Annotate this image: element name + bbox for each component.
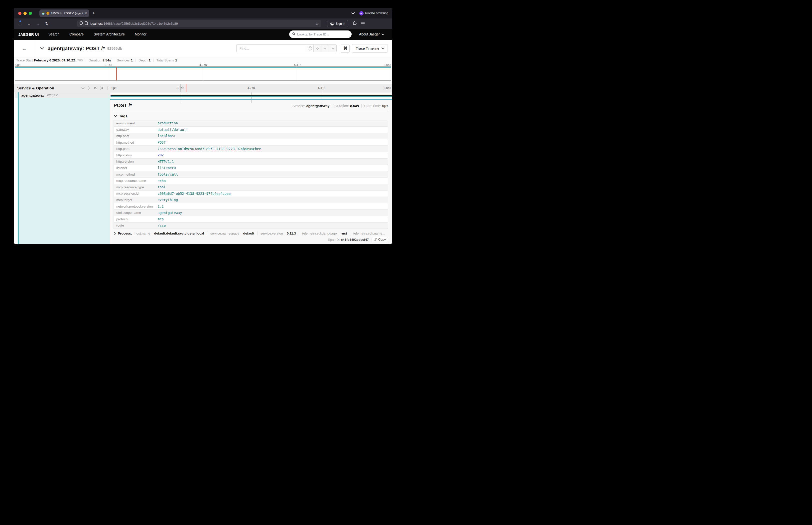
detail-duration-label: Duration:	[334, 104, 349, 108]
tag-value: 202	[158, 152, 388, 158]
close-window-button[interactable]	[18, 12, 21, 15]
tag-row-network.protocol.version[interactable]: network.protocol.version1.1	[114, 203, 388, 210]
trace-id-lookup[interactable]	[289, 30, 352, 38]
jaeger-gopher-favicon-icon	[42, 12, 45, 15]
private-browsing-label: Private browsing	[365, 12, 388, 15]
private-browsing-badge: ∞ Private browsing	[359, 11, 388, 15]
tab-close-icon[interactable]: ✕	[84, 12, 87, 15]
tag-value: agentgateway	[158, 210, 388, 216]
minimize-window-button[interactable]	[24, 12, 27, 15]
span-duration-bar[interactable]	[111, 95, 392, 97]
tag-row-http.host[interactable]: http.hostlocalhost	[114, 133, 388, 139]
reload-button[interactable]: ↻	[44, 21, 50, 26]
process-item-telemetry-sdk-language: telemetry.sdk.language = rust	[299, 231, 350, 235]
forward-button[interactable]: →	[35, 21, 41, 26]
tag-row-route[interactable]: route/sse	[114, 222, 388, 229]
depth-label: Depth	[139, 58, 147, 62]
nav-item-compare[interactable]: Compare	[69, 32, 84, 36]
tags-section-toggle[interactable]: Tags	[114, 114, 388, 118]
expand-all-double-chevron-right-icon[interactable]	[100, 86, 103, 90]
about-jaeger-menu[interactable]: About Jaeger	[359, 32, 384, 36]
tag-key: listener	[114, 165, 158, 171]
nav-item-search[interactable]: Search	[48, 32, 59, 36]
tag-key: mcp.method	[114, 171, 158, 178]
tag-row-mcp.target[interactable]: mcp.targeteverything	[114, 197, 388, 203]
about-jaeger-label: About Jaeger	[359, 32, 380, 36]
tag-row-otel.scope.name[interactable]: otel.scope.nameagentgateway	[114, 210, 388, 216]
browser-window: 92565db: POST /* (agentgate ✕ + ∞ Privat…	[14, 8, 392, 244]
column-resizer-handle[interactable]	[107, 86, 108, 90]
maximize-window-button[interactable]	[29, 12, 32, 15]
span-row[interactable]: agentgateway POST /*	[14, 92, 392, 98]
fox-emoji-icon	[46, 12, 50, 15]
page-info-icon[interactable]	[85, 21, 88, 26]
tag-row-mcp.resource.name[interactable]: mcp.resource.nameecho	[114, 178, 388, 184]
prev-result-button[interactable]	[321, 44, 329, 52]
extensions-puzzle-icon[interactable]	[352, 21, 357, 26]
tags-table: environmentproductiongatewaydefault/defa…	[113, 120, 388, 229]
trace-timeline-rows: Service & Operation 0μs2.14s4.27s6.41s8.…	[14, 84, 392, 244]
tag-key: http.method	[114, 139, 158, 146]
jaeger-brand[interactable]: JAEGER UI	[18, 32, 39, 36]
tag-value: HTTP/1.1	[158, 158, 388, 165]
timeline-gridline	[109, 67, 109, 80]
process-item-host-name: host.name = default.default.svc.cluster.…	[135, 231, 207, 235]
browser-tab[interactable]: 92565db: POST /* (agentgate ✕	[40, 10, 89, 17]
process-item-service-version: service.version = 0.11.3	[257, 231, 299, 235]
tag-row-environment[interactable]: environmentproduction	[114, 120, 388, 126]
url-text[interactable]: localhost:16686/trace/92565db3c1bef326e7…	[90, 22, 313, 26]
back-to-search-button[interactable]: ←	[14, 40, 35, 57]
shield-icon[interactable]	[80, 21, 83, 26]
find-input[interactable]	[236, 44, 306, 52]
tag-row-http.path[interactable]: http.path/sse?sessionId=c903a6d7-eb52-41…	[114, 146, 388, 152]
menu-hamburger-icon[interactable]	[361, 22, 366, 25]
nav-item-system-architecture[interactable]: System Architecture	[94, 32, 125, 36]
sign-in-button[interactable]: Sign in	[327, 20, 348, 27]
tag-row-protocol[interactable]: protocolmcp	[114, 216, 388, 222]
tag-row-gateway[interactable]: gatewaydefault/default	[114, 126, 388, 133]
tag-row-http.method[interactable]: http.methodPOST	[114, 139, 388, 146]
span-id-label: SpanID:	[328, 238, 340, 241]
tag-row-mcp.resource.type[interactable]: mcp.resource.typetool	[114, 184, 388, 190]
timeline-minimap[interactable]	[14, 66, 392, 81]
process-label: Process:	[118, 231, 132, 235]
url-bar[interactable]: localhost:16686/trace/92565db3c1bef326e7…	[77, 20, 321, 27]
focus-match-button[interactable]	[313, 44, 321, 52]
tag-value: /sse?sessionId=c903a6d7-eb52-4138-9223-9…	[158, 146, 388, 152]
copy-span-id-button[interactable]: Copy	[372, 237, 388, 242]
tags-section-label: Tags	[119, 114, 127, 118]
tag-key: gateway	[114, 126, 158, 133]
total-spans-value: 1	[175, 58, 177, 62]
firefox-view-icon[interactable]	[17, 21, 23, 26]
collapse-all-chevron-down-icon[interactable]	[81, 87, 84, 89]
tag-key: http.status	[114, 152, 158, 158]
find-help-button[interactable]: ?	[306, 44, 313, 52]
next-result-button[interactable]	[329, 44, 337, 52]
process-section-toggle[interactable]: Process: host.name = default.default.svc…	[113, 230, 388, 236]
private-browsing-mask-icon: ∞	[359, 11, 363, 15]
trace-id-lookup-input[interactable]	[297, 32, 348, 36]
expand-one-chevron-right-icon[interactable]	[88, 86, 90, 90]
tag-row-http.version[interactable]: http.versionHTTP/1.1	[114, 158, 388, 165]
tag-row-mcp.session.id[interactable]: mcp.session.idc903a6d7-eb52-4138-9223-97…	[114, 190, 388, 197]
collapse-trace-chevron-icon[interactable]	[40, 47, 44, 50]
tag-row-mcp.method[interactable]: mcp.methodtools/call	[114, 171, 388, 178]
trace-page-header: ← agentgateway: POST /* 92565db ? ⌘ Trac…	[14, 40, 392, 57]
back-button[interactable]: ←	[26, 21, 32, 26]
bookmark-star-icon[interactable]: ☆	[315, 22, 319, 26]
chevron-down-icon	[381, 47, 384, 49]
trace-view-selector[interactable]: Trace Timeline	[352, 44, 388, 53]
window-controls[interactable]	[18, 12, 32, 15]
keyboard-shortcuts-button[interactable]: ⌘	[341, 44, 349, 53]
tag-value: POST	[158, 139, 388, 146]
collapse-all-double-chevron-down-icon[interactable]	[94, 87, 97, 90]
copy-label: Copy	[378, 238, 386, 241]
tag-key: protocol	[114, 216, 158, 222]
nav-item-monitor[interactable]: Monitor	[135, 32, 146, 36]
trace-summary-bar: Trace Start February 6 2026, 09:10:22.79…	[14, 57, 392, 63]
tag-row-listener[interactable]: listenerlistener0	[114, 165, 388, 171]
tag-row-http.status[interactable]: http.status202	[114, 152, 388, 158]
list-all-tabs-chevron-icon[interactable]	[352, 12, 355, 14]
tag-key: http.host	[114, 133, 158, 139]
new-tab-button[interactable]: +	[92, 11, 95, 16]
